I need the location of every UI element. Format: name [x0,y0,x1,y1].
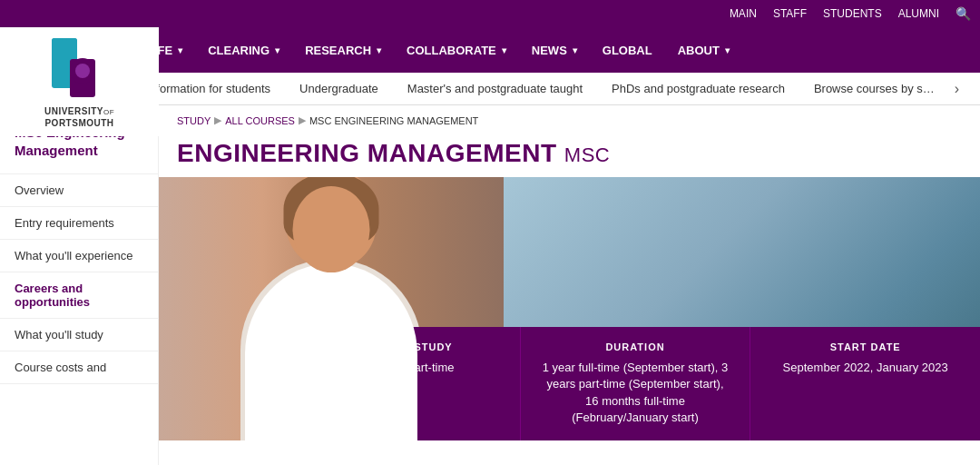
chevron-down-icon: ▾ [502,45,506,55]
chevron-down-icon: ▾ [377,45,381,55]
nav-item-research[interactable]: RESEARCH ▾ [292,27,394,73]
nav-label-about: ABOUT [678,44,720,57]
sub-nav-browse[interactable]: Browse courses by s… [799,73,949,104]
sidebar: MSc Engineering Management Overview Entr… [0,105,159,465]
nav-item-about[interactable]: ABOUT ▾ [665,27,742,73]
nav-label-collaborate: COLLABORATE [407,44,496,57]
top-bar-main-link[interactable]: MAIN [730,7,757,20]
info-panel-duration: DURATION 1 year full-time (September sta… [521,327,751,440]
search-button[interactable]: 🔍 [956,6,971,21]
nav-item-clearing[interactable]: CLEARING ▾ [195,27,292,73]
top-bar-alumni-link[interactable]: ALUMNI [898,7,939,20]
page-layout: MSc Engineering Management Overview Entr… [0,105,980,465]
logo-mark [50,36,109,100]
sidebar-item-entry-requirements[interactable]: Entry requirements [0,207,158,240]
sidebar-item-overview[interactable]: Overview [0,174,158,207]
main-content: STUDY ▶ ALL COURSES ▶ MSC ENGINEERING MA… [159,105,980,465]
nav-label-news: NEWS [532,44,567,57]
breadcrumb-separator: ▶ [299,114,306,126]
breadcrumb: STUDY ▶ ALL COURSES ▶ MSC ENGINEERING MA… [159,105,980,135]
sub-nav-next-button[interactable]: › [949,81,965,97]
sidebar-item-careers[interactable]: Careers and opportunities [0,272,158,319]
duration-label: DURATION [539,341,732,352]
top-utility-bar: MAIN STAFF STUDENTS ALUMNI 🔍 [0,0,980,27]
nav-label-global: GLOBAL [603,44,652,57]
chevron-down-icon: ▾ [725,45,730,55]
start-date-label: START DATE [769,341,962,352]
sub-nav-undergraduate[interactable]: Undergraduate [285,73,393,104]
chevron-down-icon: ▾ [178,45,182,55]
university-logo[interactable]: UNIVERSITYOF PORTSMOUTH [0,27,159,136]
page-title-main: ENGINEERING MANAGEMENT [177,139,557,167]
sidebar-item-experience[interactable]: What you'll experience [0,240,158,272]
chevron-down-icon: ▾ [275,45,279,55]
top-bar-staff-link[interactable]: STAFF [773,7,807,20]
nav-item-news[interactable]: NEWS ▾ [519,27,590,73]
nav-item-collaborate[interactable]: COLLABORATE ▾ [394,27,519,73]
university-name: UNIVERSITYOF PORTSMOUTH [44,105,114,129]
nav-item-global[interactable]: GLOBAL [590,27,665,73]
page-title-area: ENGINEERING MANAGEMENT MSc [159,135,980,177]
chevron-down-icon: ▾ [573,45,577,55]
duration-value: 1 year full-time (September start), 3 ye… [539,360,732,426]
breadcrumb-study-link[interactable]: STUDY [177,115,211,126]
sidebar-nav: Overview Entry requirements What you'll … [0,174,158,384]
sub-nav-phds[interactable]: PhDs and postgraduate research [597,73,799,104]
sidebar-item-costs[interactable]: Course costs and [0,351,158,384]
start-date-value: September 2022, January 2023 [769,360,962,376]
person-body [245,263,417,440]
sub-nav-masters[interactable]: Master's and postgraduate taught [393,73,597,104]
top-bar-students-link[interactable]: STUDENTS [823,7,882,20]
breadcrumb-all-courses-link[interactable]: ALL COURSES [225,115,295,126]
sidebar-item-study[interactable]: What you'll study [0,319,158,351]
svg-point-6 [75,64,90,78]
page-title: ENGINEERING MANAGEMENT MSc [177,139,962,168]
nav-label-research: RESEARCH [305,44,371,57]
breadcrumb-separator: ▶ [214,114,221,126]
info-panel-start-date: START DATE September 2022, January 2023 [750,327,980,440]
page-title-degree: MSc [564,143,610,166]
person-face [293,186,370,272]
nav-label-clearing: CLEARING [208,44,270,57]
hero-image: MODE OF STUDY Full-time, part-time DURAT… [159,177,980,440]
breadcrumb-current: MSC ENGINEERING MANAGEMENT [309,115,478,126]
